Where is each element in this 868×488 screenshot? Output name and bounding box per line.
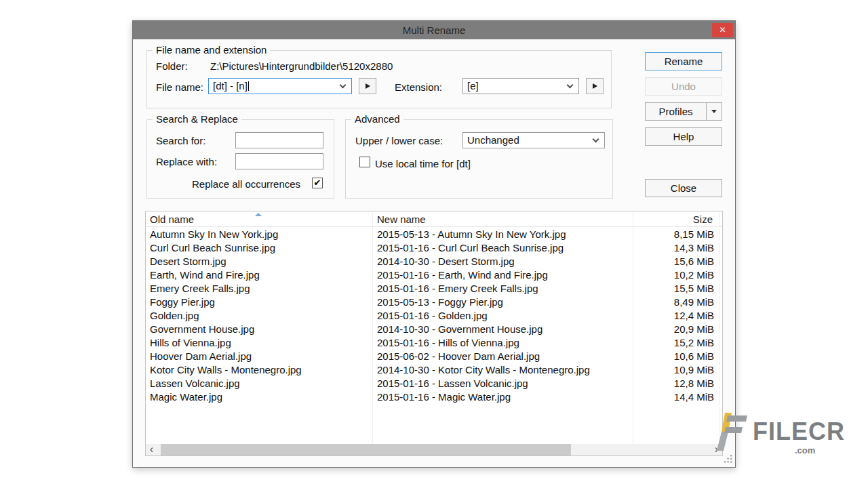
scrollbar-thumb[interactable] (161, 444, 571, 455)
replace-with-input[interactable] (235, 153, 323, 169)
size-cell: 15,5 MiB (633, 282, 722, 296)
column-header-new-name[interactable]: New name (377, 214, 426, 225)
size-cell: 12,4 MiB (633, 309, 722, 323)
profiles-button-label: Profiles (658, 106, 692, 117)
extension-combobox[interactable]: [e] (462, 78, 579, 94)
column-header-old-name[interactable]: Old name (150, 214, 194, 225)
right-arrow-icon (593, 83, 597, 89)
horizontal-scrollbar[interactable]: ‹ › (146, 444, 722, 455)
filename-extension-group: File name and extension Folder: Z:\Pictu… (146, 50, 612, 108)
size-cell: 10,9 MiB (633, 363, 722, 377)
list-rows: Autumn Sky In New York.jpg2015-05-13 - A… (146, 228, 722, 404)
window-title: Multi Rename (133, 24, 735, 36)
right-arrow-icon (366, 83, 370, 89)
table-row[interactable]: Hoover Dam Aerial.jpg2015-06-02 - Hoover… (146, 350, 722, 363)
table-row[interactable]: Earth, Wind and Fire.jpg2015-01-16 - Ear… (146, 268, 722, 282)
extension-placeholders-button[interactable] (586, 78, 604, 94)
table-row[interactable]: Curl Curl Beach Sunrise.jpg2015-01-16 - … (146, 241, 722, 255)
chevron-down-icon[interactable] (593, 136, 599, 143)
table-row[interactable]: Golden.jpg2015-01-16 - Golden.jpg12,4 Mi… (146, 309, 722, 323)
list-header: Old name New name Size (146, 211, 722, 227)
local-time-label: Use local time for [dt] (375, 158, 471, 169)
table-row[interactable]: Lassen Volcanic.jpg2015-01-16 - Lassen V… (146, 377, 722, 390)
extension-label: Extension: (395, 81, 442, 93)
profiles-dropdown-arrow[interactable] (706, 103, 722, 120)
new-name-cell: 2015-01-16 - Lassen Volcanic.jpg (372, 377, 633, 390)
profiles-button[interactable]: Profiles (645, 102, 722, 121)
size-cell: 20,9 MiB (633, 323, 722, 336)
filename-combobox[interactable]: [dt] - [n] (208, 78, 352, 94)
old-name-cell: Hills of Vienna.jpg (146, 336, 372, 350)
new-name-cell: 2015-05-13 - Foggy Pier.jpg (372, 296, 633, 309)
extension-combobox-value: [e] (467, 80, 479, 92)
table-row[interactable]: Desert Storm.jpg2014-10-30 - Desert Stor… (146, 255, 722, 268)
old-name-cell: Golden.jpg (146, 309, 372, 323)
watermark-domain: .com (795, 445, 815, 455)
local-time-checkbox[interactable] (359, 157, 370, 167)
filename-combobox-value: [dt] - [n] (213, 80, 248, 92)
table-row[interactable]: Kotor City Walls - Montenegro.jpg2014-10… (146, 363, 722, 377)
filecr-logo-icon (716, 412, 747, 451)
scroll-left-icon[interactable]: ‹ (146, 444, 157, 455)
folder-label: Folder: (156, 60, 188, 72)
check-icon: ✔ (314, 178, 321, 188)
old-name-cell: Foggy Pier.jpg (146, 296, 372, 309)
table-row[interactable]: Autumn Sky In New York.jpg2015-05-13 - A… (146, 228, 722, 241)
old-name-cell: Emery Creek Falls.jpg (146, 282, 372, 296)
rename-button[interactable]: Rename (645, 52, 722, 70)
size-cell: 10,6 MiB (633, 350, 722, 363)
titlebar[interactable]: Multi Rename ✕ (133, 21, 735, 39)
search-replace-group: Search & Replace Search for: Replace wit… (146, 119, 334, 199)
filename-label: File name: (156, 81, 203, 93)
close-button[interactable]: ✕ (712, 23, 733, 37)
replace-with-label: Replace with: (156, 156, 217, 167)
filename-placeholders-button[interactable] (359, 78, 376, 94)
size-cell: 15,2 MiB (633, 336, 722, 350)
text-caret (248, 81, 249, 91)
filename-group-legend: File name and extension (153, 44, 270, 56)
table-row[interactable]: Hills of Vienna.jpg2015-01-16 - Hills of… (146, 336, 722, 350)
new-name-cell: 2015-01-16 - Hills of Vienna.jpg (372, 336, 633, 350)
replace-all-checkbox[interactable]: ✔ (312, 178, 323, 188)
watermark-brand: FILECR (753, 418, 845, 446)
search-replace-legend: Search & Replace (153, 113, 241, 125)
case-dropdown[interactable]: Unchanged (462, 132, 605, 148)
size-cell: 8,15 MiB (633, 228, 722, 241)
undo-button[interactable]: Undo (645, 77, 722, 96)
filecr-watermark: FILECR .com (716, 412, 868, 461)
rename-preview-list: Old name New name Size Autumn Sky In New… (145, 211, 723, 456)
case-label: Upper / lower case: (355, 135, 443, 146)
old-name-cell: Curl Curl Beach Sunrise.jpg (146, 241, 372, 255)
table-row[interactable]: Emery Creek Falls.jpg2015-01-16 - Emery … (146, 282, 722, 296)
close-dialog-button[interactable]: Close (645, 179, 722, 197)
sort-ascending-icon (255, 213, 262, 216)
old-name-cell: Lassen Volcanic.jpg (146, 377, 372, 390)
size-cell: 10,2 MiB (633, 268, 722, 282)
new-name-cell: 2015-01-16 - Golden.jpg (372, 309, 633, 323)
new-name-cell: 2015-05-13 - Autumn Sky In New York.jpg (372, 228, 633, 241)
new-name-cell: 2015-01-16 - Magic Water.jpg (372, 390, 633, 404)
advanced-legend: Advanced (351, 113, 403, 125)
size-cell: 8,49 MiB (633, 296, 722, 309)
new-name-cell: 2015-01-16 - Curl Curl Beach Sunrise.jpg (372, 241, 633, 255)
search-for-input[interactable] (235, 132, 323, 148)
old-name-cell: Magic Water.jpg (146, 390, 372, 404)
size-cell: 15,6 MiB (633, 255, 722, 268)
chevron-down-icon[interactable] (567, 82, 574, 89)
old-name-cell: Desert Storm.jpg (146, 255, 372, 268)
multi-rename-dialog: Multi Rename ✕ File name and extension F… (132, 20, 736, 468)
old-name-cell: Government House.jpg (146, 323, 372, 336)
new-name-cell: 2014-10-30 - Desert Storm.jpg (372, 255, 633, 268)
table-row[interactable]: Government House.jpg2014-10-30 - Governm… (146, 323, 722, 336)
table-row[interactable]: Foggy Pier.jpg2015-05-13 - Foggy Pier.jp… (146, 296, 722, 309)
size-cell: 12,8 MiB (633, 377, 722, 390)
table-row[interactable]: Magic Water.jpg2015-01-16 - Magic Water.… (146, 390, 722, 404)
new-name-cell: 2015-01-16 - Earth, Wind and Fire.jpg (372, 268, 633, 282)
folder-path: Z:\Pictures\Hintergrundbilder\5120x2880 (210, 60, 393, 72)
old-name-cell: Hoover Dam Aerial.jpg (146, 350, 372, 363)
case-dropdown-value: Unchanged (467, 134, 519, 146)
column-header-size[interactable]: Size (693, 214, 713, 225)
chevron-down-icon[interactable] (340, 82, 347, 89)
help-button[interactable]: Help (645, 127, 722, 146)
new-name-cell: 2014-10-30 - Kotor City Walls - Monteneg… (372, 363, 633, 377)
